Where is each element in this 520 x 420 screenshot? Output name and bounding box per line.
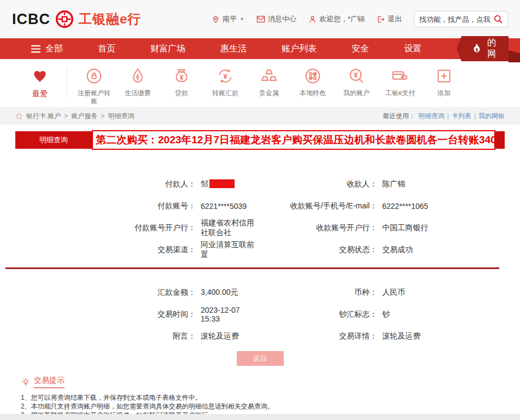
payer-bank-label: 付款账号开户行： xyxy=(15,223,196,233)
nav-item-accounts[interactable]: 账户列表 xyxy=(282,43,317,55)
payer-account-label: 付款账号： xyxy=(15,201,196,211)
payee-bank-value: 中国工商银行 xyxy=(382,223,428,233)
message-center[interactable]: 消息中心 xyxy=(256,14,296,24)
detail-banner: 明细查询 第二次购买：2023年12月7日福建龙岩客户购买保温压边机和长款卷圆机… xyxy=(15,131,505,149)
trans-detail-label: 交易详情： xyxy=(260,331,377,341)
payer-account-value: 6221****5039 xyxy=(201,202,247,211)
shortcut-life-pay[interactable]: 生活缴费 xyxy=(120,66,156,97)
nav-item-life[interactable]: 惠生活 xyxy=(220,43,247,55)
shortcut-reg-transfer[interactable]: 注册账户转账 xyxy=(76,66,112,106)
field-row: 付款账号： 6221****5039 收款账号/手机号/E-mail： 6222… xyxy=(15,195,505,217)
cash-flag-value: 钞 xyxy=(382,310,390,319)
life-pay-icon xyxy=(128,66,147,86)
field-row: 付款人： 邹 收款人： 陈广锦 xyxy=(15,173,505,195)
ribbon-fold xyxy=(509,50,520,62)
back-button[interactable]: 返回 xyxy=(237,351,284,366)
shortcut-add[interactable]: 添加 xyxy=(426,66,462,97)
field-row: 汇款金额： 3,400.00元 币种： 人民币 xyxy=(15,282,505,304)
field-row: 附言： 滚轮及运费 交易详情： 滚轮及运费 xyxy=(15,325,505,347)
transfer-remit-icon xyxy=(216,66,235,86)
payee-bank-label: 收款账号开户行： xyxy=(260,223,377,233)
tips-line: 3、网银互联账户明细由开户银行提供，如有疑问请联系开户银行。 xyxy=(21,411,505,414)
nav-item-home[interactable]: 首页 xyxy=(98,43,115,55)
status-label: 交易状态： xyxy=(260,245,377,255)
icbc-logo-icon xyxy=(55,9,74,29)
search-button[interactable] xyxy=(493,13,506,26)
payer-value: 邹 xyxy=(201,179,235,189)
payer-bank-value: 福建省农村信用社联合社 xyxy=(201,218,260,238)
hamburger-icon xyxy=(31,45,41,53)
trans-detail-value: 滚轮及运费 xyxy=(382,331,420,341)
shortcut-favorite[interactable]: 最爱 xyxy=(22,66,58,99)
amount-label: 汇款金额： xyxy=(15,288,196,298)
shortcut-transfer-remit[interactable]: 转账汇款 xyxy=(207,66,243,97)
main-nav: 全部 首页 财富广场 惠生活 账户列表 安全 设置 我的网银 xyxy=(0,38,520,59)
time-value: 2023-12-07 15:33 xyxy=(201,306,260,323)
brand: ICBC 工银融e行 xyxy=(12,9,141,29)
gold-ingots-icon xyxy=(260,66,278,86)
chevron-down-icon: ▼ xyxy=(239,16,244,22)
amount-value: 3,400.00元 xyxy=(201,288,238,298)
redaction-block xyxy=(209,179,235,188)
shortcut-local-feature[interactable]: 本地特色 xyxy=(295,66,331,97)
channel-label: 交易渠道： xyxy=(15,245,196,255)
nav-item-all[interactable]: 全部 xyxy=(31,43,63,55)
nav-item-wealth[interactable]: 财富广场 xyxy=(150,43,185,55)
brand-name: 工银融e行 xyxy=(79,10,141,28)
field-row: 交易时间： 2023-12-07 15:33 钞汇标志： 钞 xyxy=(15,304,505,325)
annotation-title: 第二次购买：2023年12月7日福建龙岩客户购买保温压边机和长款卷圆机各一台转账… xyxy=(92,130,495,150)
breadcrumb-item-account-service[interactable]: 账户服务 xyxy=(71,112,97,121)
heart-icon xyxy=(31,66,49,86)
icbc-logo-text: ICBC xyxy=(12,11,50,28)
nav-item-settings[interactable]: 设置 xyxy=(404,43,422,55)
nav-item-label: 全部 xyxy=(45,43,63,55)
shortcut-bar: 最爱 注册账户转账 生活缴费 贷款 xyxy=(0,59,520,107)
epay-card-icon xyxy=(391,66,410,86)
top-header: ICBC 工银融e行 南平 ▼ xyxy=(0,0,520,38)
logout[interactable]: 退出 xyxy=(377,14,402,24)
home-icon xyxy=(15,112,23,120)
location-selector[interactable]: 南平 ▼ xyxy=(212,14,244,24)
loan-money-bag-icon xyxy=(172,66,191,86)
tips-section: 交易提示 1、您可以将查询结果下载，并保存到文本或电子表格文件中。 2、本功能只… xyxy=(21,376,505,414)
currency-value: 人民币 xyxy=(382,288,405,298)
recent-link-my-ebank[interactable]: 我的网银 xyxy=(478,112,505,121)
field-row: 交易渠道： 同业清算互联前置 交易状态： 交易成功 xyxy=(15,239,505,261)
shortcut-precious-metal[interactable]: 贵金属 xyxy=(251,66,287,97)
tab-detail-query[interactable]: 明细查询 xyxy=(15,131,92,149)
payer-label: 付款人： xyxy=(15,179,196,189)
reg-transfer-icon xyxy=(85,66,103,86)
payee-value: 陈广锦 xyxy=(382,179,405,189)
shortcut-icbc-epay[interactable]: 工银e支付 xyxy=(382,66,418,97)
welcome-user[interactable]: 欢迎您，*广锦 xyxy=(308,14,365,24)
recent-link-detail-query[interactable]: 明细查询 xyxy=(418,112,445,121)
breadcrumb-bar: 银行卡.账户 > 账户服务 > 明细查询 最近使用： 明细查询 | 卡列表 | … xyxy=(0,107,520,125)
envelope-icon xyxy=(256,15,265,23)
red-divider xyxy=(5,267,499,269)
cash-flag-label: 钞汇标志： xyxy=(260,310,377,319)
logout-label: 退出 xyxy=(388,14,402,24)
breadcrumb-item-detail-query[interactable]: 明细查询 xyxy=(108,112,134,121)
user-icon xyxy=(308,15,317,24)
field-row: 付款账号开户行： 福建省农村信用社联合社 收款账号开户行： 中国工商银行 xyxy=(15,217,505,239)
welcome-label: 欢迎您，*广锦 xyxy=(319,14,365,24)
recent-link-card-list[interactable]: 卡列表 xyxy=(452,112,471,121)
tips-line: 1、您可以将查询结果下载，并保存到文本或电子表格文件中。 xyxy=(21,393,505,402)
payee-account-value: 6222****1065 xyxy=(382,202,428,211)
status-value: 交易成功 xyxy=(382,245,413,255)
detail-fields-top: 付款人： 邹 收款人： 陈广锦 付款账号： 6221****5039 收款账号/… xyxy=(15,173,505,261)
location-label: 南平 xyxy=(223,14,237,24)
money-bag-icon xyxy=(471,43,483,55)
shortcut-my-account[interactable]: 我的账户 xyxy=(338,66,375,97)
recent-used: 最近使用： 明细查询 | 卡列表 | 我的网银 xyxy=(383,112,505,121)
add-icon xyxy=(435,66,453,86)
local-feature-icon xyxy=(303,66,322,86)
tips-title: 交易提示 xyxy=(34,376,65,388)
nav-item-security[interactable]: 安全 xyxy=(352,43,369,55)
nav-item-my-ebank[interactable]: 我的网银 xyxy=(457,36,509,61)
logout-icon xyxy=(377,15,385,24)
shortcut-loan[interactable]: 贷款 xyxy=(163,66,200,97)
breadcrumb-item-card-account[interactable]: 银行卡.账户 xyxy=(26,112,61,121)
message-center-label: 消息中心 xyxy=(268,14,296,24)
detail-fields-bottom: 汇款金额： 3,400.00元 币种： 人民币 交易时间： 2023-12-07… xyxy=(15,282,505,347)
